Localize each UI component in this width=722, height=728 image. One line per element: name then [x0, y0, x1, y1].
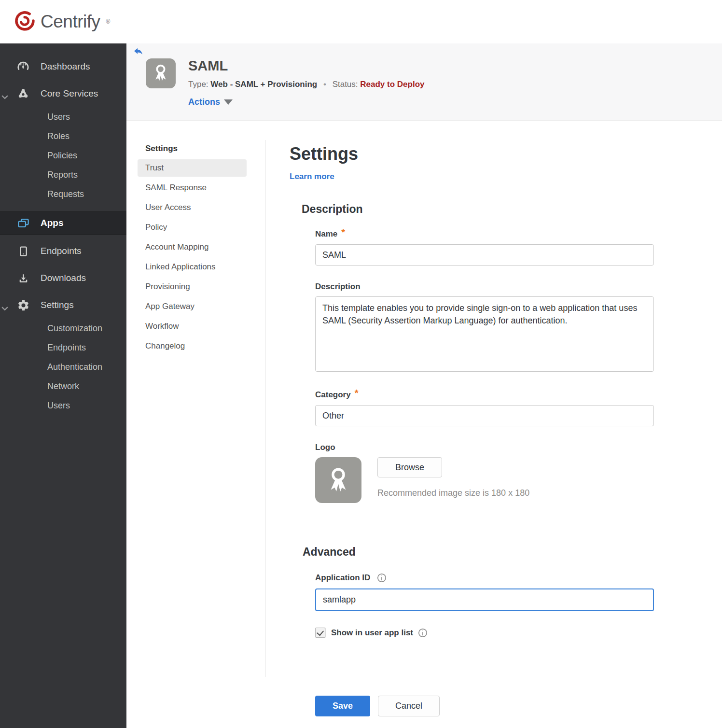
application-id-label: Application ID	[315, 573, 370, 583]
brand-trademark: ®	[106, 18, 110, 25]
sidebar-item-roles[interactable]: Roles	[0, 126, 126, 146]
logo-size-hint: Recommended image size is 180 x 180	[377, 488, 529, 498]
sidebar-item-settings[interactable]: Settings	[0, 292, 126, 319]
subnav-item-app-gateway[interactable]: App Gateway	[138, 298, 247, 315]
subnav-item-linked-applications[interactable]: Linked Applications	[138, 258, 247, 276]
sidebar-item-users[interactable]: Users	[0, 107, 126, 126]
chevron-down-icon	[1, 91, 8, 96]
brand-name: Centrify	[41, 12, 100, 32]
description-textarea[interactable]: This template enables you to provide sin…	[315, 296, 654, 372]
name-label: Name	[315, 229, 337, 239]
name-input[interactable]	[315, 244, 654, 266]
sidebar-item-policies[interactable]: Policies	[0, 146, 126, 165]
app-meta: Type: Web - SAML + Provisioning • Status…	[188, 80, 424, 89]
show-in-app-list-checkbox[interactable]	[315, 628, 325, 638]
sidebar-item-endpoints-settings[interactable]: Endpoints	[0, 338, 126, 357]
actions-label: Actions	[188, 97, 220, 107]
sidebar-item-customization[interactable]: Customization	[0, 319, 126, 338]
subnav-item-trust[interactable]: Trust	[138, 159, 247, 177]
subnav-heading: Settings	[138, 140, 247, 157]
save-button[interactable]: Save	[315, 696, 370, 716]
subnav-item-changelog[interactable]: Changelog	[138, 337, 247, 355]
centrify-swirl-icon	[14, 10, 36, 34]
advanced-section-heading: Advanced	[303, 546, 661, 559]
description-label: Description	[315, 282, 661, 292]
sidebar-item-authentication[interactable]: Authentication	[0, 357, 126, 377]
application-id-input[interactable]	[315, 588, 654, 611]
gauge-icon	[16, 60, 30, 73]
settings-subnav: Settings Trust SAML Response User Access…	[138, 140, 247, 357]
info-icon[interactable]	[377, 573, 387, 583]
sidebar-item-label: Downloads	[41, 273, 86, 283]
subnav-item-account-mapping[interactable]: Account Mapping	[138, 238, 247, 256]
apps-icon	[16, 216, 30, 230]
chevron-down-icon	[1, 303, 8, 308]
subnav-item-workflow[interactable]: Workflow	[138, 318, 247, 335]
subnav-item-provisioning[interactable]: Provisioning	[138, 278, 247, 295]
sidebar-item-core-services[interactable]: Core Services	[0, 80, 126, 107]
vertical-divider	[265, 140, 265, 677]
app-header: SAML Type: Web - SAML + Provisioning • S…	[126, 43, 722, 121]
category-label-row: Category *	[315, 389, 661, 400]
logo-preview	[315, 457, 361, 503]
gear-icon	[16, 298, 30, 312]
browse-button[interactable]: Browse	[377, 457, 442, 477]
top-bar: Centrify ®	[0, 0, 722, 43]
sidebar-item-label: Dashboards	[41, 61, 90, 72]
app-title: SAML	[188, 58, 424, 74]
learn-more-link[interactable]: Learn more	[290, 172, 334, 182]
sidebar-item-network[interactable]: Network	[0, 377, 126, 396]
sidebar-item-downloads[interactable]: Downloads	[0, 265, 126, 292]
app-logo-badge	[146, 58, 176, 88]
award-ribbon-icon	[151, 62, 170, 85]
settings-form: Settings Learn more Description Name * D…	[290, 121, 661, 716]
sidebar-item-endpoints[interactable]: Endpoints	[0, 238, 126, 265]
type-value: Web - SAML + Provisioning	[210, 80, 317, 89]
category-label: Category	[315, 390, 351, 400]
status-label: Status:	[333, 80, 358, 89]
description-section-heading: Description	[302, 203, 661, 216]
content-area: Settings Trust SAML Response User Access…	[126, 121, 722, 728]
application-id-label-row: Application ID	[315, 573, 661, 583]
sidebar-item-label: Apps	[41, 218, 64, 228]
sidebar-item-requests[interactable]: Requests	[0, 184, 126, 204]
device-icon	[16, 244, 30, 258]
type-label: Type:	[188, 80, 208, 89]
logo-label: Logo	[315, 443, 661, 452]
actions-dropdown[interactable]: Actions	[188, 97, 424, 107]
sidebar-item-apps[interactable]: Apps	[0, 211, 126, 235]
sidebar-item-dashboards[interactable]: Dashboards	[0, 53, 126, 80]
required-asterisk: *	[341, 227, 345, 238]
sidebar-item-users-settings[interactable]: Users	[0, 396, 126, 415]
category-input[interactable]	[315, 405, 654, 426]
caret-down-icon	[224, 99, 233, 105]
name-label-row: Name *	[315, 228, 661, 239]
page-title: Settings	[290, 144, 661, 164]
download-icon	[16, 271, 30, 285]
sidebar-item-label: Core Services	[41, 88, 98, 99]
sidebar-item-label: Endpoints	[41, 246, 82, 256]
core-services-icon	[16, 87, 30, 100]
award-ribbon-icon	[324, 464, 352, 497]
required-asterisk: *	[355, 388, 359, 399]
show-in-app-list-label: Show in user app list	[331, 628, 428, 638]
brand-logo: Centrify ®	[14, 10, 110, 34]
status-value: Ready to Deploy	[360, 80, 424, 89]
meta-separator: •	[323, 80, 326, 89]
cancel-button[interactable]: Cancel	[378, 696, 440, 716]
subnav-item-saml-response[interactable]: SAML Response	[138, 179, 247, 196]
back-arrow-icon[interactable]	[133, 47, 143, 57]
sidebar-item-label: Settings	[41, 300, 74, 310]
sidebar: Dashboards Core Services Users Roles Pol…	[0, 43, 126, 728]
subnav-item-user-access[interactable]: User Access	[138, 199, 247, 216]
info-icon[interactable]	[418, 628, 428, 638]
subnav-item-policy[interactable]: Policy	[138, 219, 247, 236]
sidebar-item-reports[interactable]: Reports	[0, 165, 126, 184]
